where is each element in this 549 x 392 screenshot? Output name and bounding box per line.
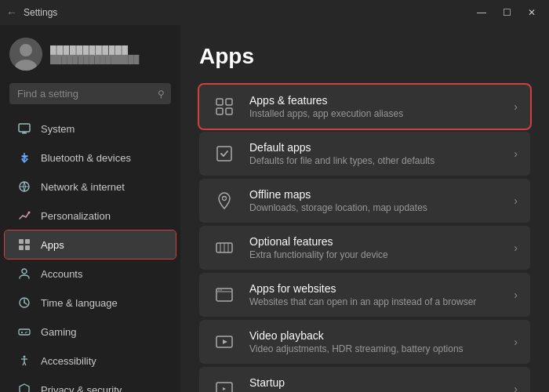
maximize-button[interactable]: ☐ [496,5,518,20]
svg-point-13 [22,269,27,274]
sidebar-item-privacy[interactable]: Privacy & security [5,376,176,392]
search-icon: ⚲ [158,89,165,100]
apps-websites-icon [212,282,237,307]
default-apps-title: Default apps [249,141,501,154]
settings-list: Apps & features Installed apps, app exec… [199,85,530,392]
offline-maps-chevron: › [514,194,518,207]
sidebar-item-time[interactable]: Time & language [5,289,176,317]
search-input[interactable] [9,83,171,104]
offline-maps-title: Offline maps [249,188,501,201]
sidebar-item-accounts[interactable]: Accounts [5,260,176,288]
sidebar-profile[interactable]: ████████████ ████████████████ [0,25,180,80]
settings-item-optional-features[interactable]: Optional features Extra functionality fo… [199,226,530,270]
optional-features-text: Optional features Extra functionality fo… [249,235,501,260]
svg-point-8 [28,212,31,214]
svg-point-34 [223,197,227,201]
sidebar-item-bluetooth-label: Bluetooth & devices [41,152,131,164]
settings-item-default-apps[interactable]: Default apps Defaults for file and link … [199,132,530,176]
svg-rect-10 [25,239,30,244]
svg-rect-11 [19,245,24,250]
svg-point-42 [220,289,222,291]
svg-rect-30 [226,99,232,105]
settings-item-video-playback[interactable]: Video playback Video adjustments, HDR st… [199,320,530,364]
sidebar-item-system-label: System [41,123,75,135]
page-title: Apps [199,44,530,69]
svg-line-26 [24,362,26,365]
apps-icon [17,238,31,252]
video-playback-title: Video playback [249,329,501,342]
sidebar-item-time-label: Time & language [41,297,118,309]
svg-point-22 [24,356,26,358]
accounts-icon [17,267,31,281]
svg-rect-4 [22,132,27,134]
optional-features-desc: Extra functionality for your device [249,249,501,260]
default-apps-desc: Defaults for file and link types, other … [249,155,501,166]
search-box[interactable]: ⚲ [9,83,171,104]
main-layout: ████████████ ████████████████ ⚲ System [0,25,549,392]
sidebar-item-apps[interactable]: Apps [5,230,176,259]
svg-marker-44 [223,339,227,344]
sidebar-nav: System Bluetooth & devices Network & int… [0,111,180,392]
svg-rect-17 [19,329,30,335]
gaming-icon [17,325,31,339]
personalization-icon [17,209,31,223]
offline-maps-text: Offline maps Downloads, storage location… [249,188,501,213]
svg-rect-33 [217,147,231,161]
svg-point-1 [20,44,32,56]
accessibility-icon [17,354,31,368]
close-button[interactable]: ✕ [521,5,543,20]
apps-features-title: Apps & features [249,94,501,107]
avatar [9,38,42,71]
video-playback-text: Video playback Video adjustments, HDR st… [249,329,501,354]
svg-rect-31 [216,108,223,114]
default-apps-chevron: › [514,147,518,160]
svg-point-20 [26,332,27,333]
sidebar-item-bluetooth[interactable]: Bluetooth & devices [5,143,176,172]
bluetooth-icon [17,151,31,165]
sidebar-item-apps-label: Apps [41,239,64,251]
time-icon [17,296,31,310]
default-apps-icon [212,141,237,166]
sidebar-item-network[interactable]: Network & internet [5,172,176,201]
profile-name: ████████████ [50,45,139,55]
sidebar-item-gaming[interactable]: Gaming [5,318,176,346]
svg-point-41 [218,289,220,291]
optional-features-title: Optional features [249,235,501,248]
apps-features-desc: Installed apps, app execution aliases [249,108,501,119]
sidebar: ████████████ ████████████████ ⚲ System [0,25,180,392]
sidebar-item-personalization[interactable]: Personalization [5,201,176,230]
startup-text: Startup Apps that start automatically wh… [249,376,501,392]
sidebar-item-network-label: Network & internet [41,181,125,193]
apps-features-text: Apps & features Installed apps, app exec… [249,94,501,119]
title-bar-title: Settings [24,7,57,18]
apps-websites-text: Apps for websites Websites that can open… [249,282,501,307]
svg-rect-12 [25,245,30,250]
settings-item-startup[interactable]: Startup Apps that start automatically wh… [199,367,530,392]
startup-title: Startup [249,376,501,389]
title-bar: ← Settings — ☐ ✕ [0,0,549,25]
offline-maps-icon [212,188,237,213]
apps-websites-desc: Websites that can open in an app instead… [249,296,501,307]
apps-features-icon [212,94,237,119]
network-icon [17,180,31,194]
content-area: Apps Apps & features Installed apps, app… [180,25,549,392]
sidebar-item-gaming-label: Gaming [41,326,77,338]
svg-line-16 [24,303,27,304]
sidebar-item-accessibility[interactable]: Accessibility [5,347,176,375]
profile-info: ████████████ ████████████████ [50,45,139,64]
svg-rect-45 [216,383,232,392]
video-playback-icon [212,329,237,354]
title-bar-left: ← Settings [6,6,57,19]
sidebar-item-privacy-label: Privacy & security [41,384,122,393]
optional-features-icon [212,235,237,260]
offline-maps-desc: Downloads, storage location, map updates [249,202,501,213]
minimize-button[interactable]: — [471,5,493,20]
svg-rect-3 [19,124,30,132]
startup-icon [212,376,237,392]
settings-item-apps-websites[interactable]: Apps for websites Websites that can open… [199,273,530,317]
optional-features-chevron: › [514,241,518,254]
settings-item-apps-features[interactable]: Apps & features Installed apps, app exec… [199,85,530,129]
svg-rect-29 [216,99,223,105]
sidebar-item-system[interactable]: System [5,114,176,143]
settings-item-offline-maps[interactable]: Offline maps Downloads, storage location… [199,179,530,223]
